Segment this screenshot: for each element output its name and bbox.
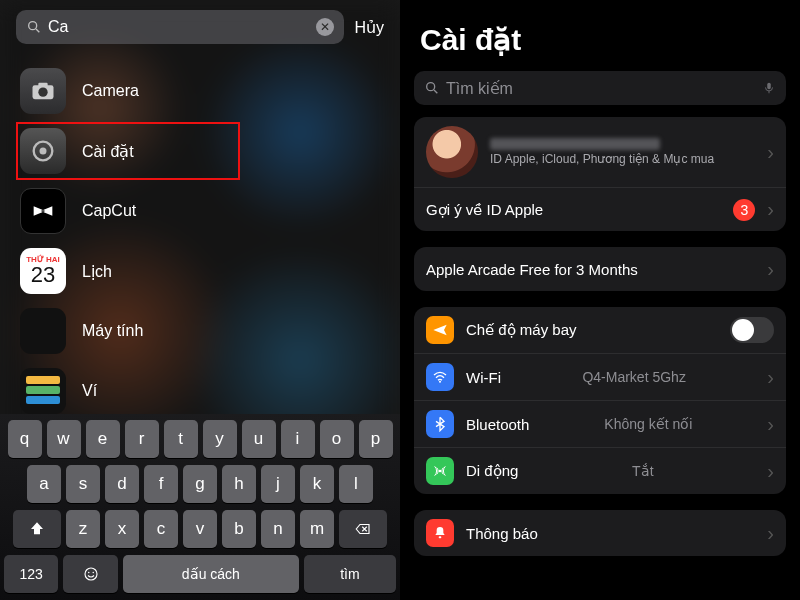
key-c[interactable]: c xyxy=(144,510,178,548)
chevron-right-icon: › xyxy=(767,258,774,281)
chevron-right-icon: › xyxy=(767,366,774,389)
chevron-right-icon: › xyxy=(767,460,774,483)
key-u[interactable]: u xyxy=(242,420,276,458)
key-m[interactable]: m xyxy=(300,510,334,548)
settings-icon xyxy=(20,128,66,174)
svg-point-7 xyxy=(85,568,97,580)
key-z[interactable]: z xyxy=(66,510,100,548)
numbers-key[interactable]: 123 xyxy=(4,555,58,593)
key-t[interactable]: t xyxy=(164,420,198,458)
notifications-row[interactable]: Thông báo › xyxy=(414,510,786,556)
key-j[interactable]: j xyxy=(261,465,295,503)
key-r[interactable]: r xyxy=(125,420,159,458)
svg-point-0 xyxy=(29,22,37,30)
chevron-right-icon: › xyxy=(767,413,774,436)
profile-row[interactable]: ID Apple, iCloud, Phương tiện & Mục mua … xyxy=(414,117,786,187)
result-wallet[interactable]: Ví xyxy=(20,368,380,414)
search-icon xyxy=(424,80,440,96)
connectivity-group: Chế độ máy bay Wi-Fi Q4-Market 5Ghz › Bl… xyxy=(414,307,786,494)
wifi-icon xyxy=(426,363,454,391)
airplane-row[interactable]: Chế độ máy bay xyxy=(414,307,786,353)
airplane-icon xyxy=(426,316,454,344)
svg-line-1 xyxy=(36,29,39,32)
key-s[interactable]: s xyxy=(66,465,100,503)
keyboard: qwertyuiop asdfghjkl zxcvbnm 123 dấu các… xyxy=(0,414,400,600)
phone-left-search: Ca ✕ Hủy Camera Cài đặt CapCut THỨ HAI 2… xyxy=(0,0,400,600)
clear-icon[interactable]: ✕ xyxy=(316,18,334,36)
search-icon xyxy=(26,19,42,35)
key-h[interactable]: h xyxy=(222,465,256,503)
page-title: Cài đặt xyxy=(400,0,800,65)
key-k[interactable]: k xyxy=(300,465,334,503)
key-p[interactable]: p xyxy=(359,420,393,458)
result-camera[interactable]: Camera xyxy=(20,68,380,114)
key-n[interactable]: n xyxy=(261,510,295,548)
cancel-button[interactable]: Hủy xyxy=(354,18,384,37)
key-a[interactable]: a xyxy=(27,465,61,503)
svg-point-9 xyxy=(92,572,94,574)
apple-id-suggestion-row[interactable]: Gợi ý về ID Apple 3 › xyxy=(414,187,786,231)
key-q[interactable]: q xyxy=(8,420,42,458)
wallet-icon xyxy=(20,368,66,414)
svg-rect-4 xyxy=(38,83,47,87)
airplane-toggle[interactable] xyxy=(730,317,774,343)
svg-rect-12 xyxy=(767,83,771,89)
apple-id-group: ID Apple, iCloud, Phương tiện & Mục mua … xyxy=(414,117,786,231)
key-w[interactable]: w xyxy=(47,420,81,458)
key-x[interactable]: x xyxy=(105,510,139,548)
svg-point-5 xyxy=(34,142,53,161)
backspace-key[interactable] xyxy=(339,510,387,548)
key-e[interactable]: e xyxy=(86,420,120,458)
cellular-row[interactable]: Di động Tắt › xyxy=(414,447,786,494)
calculator-icon xyxy=(20,308,66,354)
key-o[interactable]: o xyxy=(320,420,354,458)
key-i[interactable]: i xyxy=(281,420,315,458)
svg-point-3 xyxy=(38,88,47,97)
svg-point-14 xyxy=(439,470,442,473)
avatar xyxy=(426,126,478,178)
bluetooth-icon xyxy=(426,410,454,438)
return-key[interactable]: tìm xyxy=(304,555,396,593)
svg-point-10 xyxy=(427,83,435,91)
key-f[interactable]: f xyxy=(144,465,178,503)
svg-rect-15 xyxy=(439,536,442,538)
search-row: Ca ✕ Hủy xyxy=(0,0,400,50)
key-b[interactable]: b xyxy=(222,510,256,548)
arcade-row[interactable]: Apple Arcade Free for 3 Months › xyxy=(414,247,786,291)
result-calendar[interactable]: THỨ HAI 23 Lịch xyxy=(20,248,380,294)
profile-name-blurred xyxy=(490,138,660,150)
result-calculator[interactable]: Máy tính xyxy=(20,308,380,354)
key-g[interactable]: g xyxy=(183,465,217,503)
space-key[interactable]: dấu cách xyxy=(123,555,299,593)
settings-search[interactable]: Tìm kiếm xyxy=(414,71,786,105)
key-l[interactable]: l xyxy=(339,465,373,503)
wifi-row[interactable]: Wi-Fi Q4-Market 5Ghz › xyxy=(414,353,786,400)
key-d[interactable]: d xyxy=(105,465,139,503)
chevron-right-icon: › xyxy=(767,141,774,164)
chevron-right-icon: › xyxy=(767,198,774,221)
key-y[interactable]: y xyxy=(203,420,237,458)
bluetooth-row[interactable]: Bluetooth Không kết nối › xyxy=(414,400,786,447)
arcade-group: Apple Arcade Free for 3 Months › xyxy=(414,247,786,291)
chevron-right-icon: › xyxy=(767,522,774,545)
badge-count: 3 xyxy=(733,199,755,221)
cellular-icon xyxy=(426,457,454,485)
result-capcut[interactable]: CapCut xyxy=(20,188,380,234)
phone-right-settings: Cài đặt Tìm kiếm ID Apple, iCloud, Phươn… xyxy=(400,0,800,600)
calendar-icon: THỨ HAI 23 xyxy=(20,248,66,294)
camera-icon xyxy=(20,68,66,114)
shift-key[interactable] xyxy=(13,510,61,548)
notification-icon xyxy=(426,519,454,547)
svg-point-8 xyxy=(88,572,90,574)
search-input[interactable]: Ca ✕ xyxy=(16,10,344,44)
capcut-icon xyxy=(20,188,66,234)
result-settings[interactable]: Cài đặt xyxy=(20,128,380,174)
key-v[interactable]: v xyxy=(183,510,217,548)
search-results: Camera Cài đặt CapCut THỨ HAI 23 Lịch Má… xyxy=(0,50,400,414)
svg-point-13 xyxy=(439,381,441,383)
search-query-text: Ca xyxy=(48,18,316,36)
svg-point-6 xyxy=(40,148,47,155)
mic-icon[interactable] xyxy=(762,81,776,95)
notifications-group: Thông báo › xyxy=(414,510,786,556)
emoji-key[interactable] xyxy=(63,555,117,593)
